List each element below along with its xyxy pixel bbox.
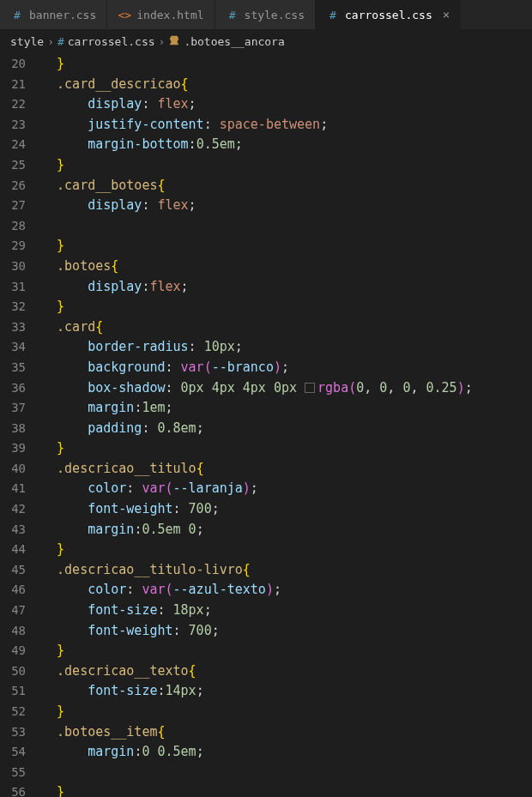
- line-number: 44: [0, 540, 41, 560]
- code-line: border-radius: 10px;: [41, 337, 532, 358]
- tab-label: style.css: [245, 9, 305, 21]
- line-number: 40: [0, 459, 41, 480]
- tab-index-html[interactable]: <>index.html: [107, 0, 215, 29]
- tab-carrossel-css[interactable]: #carrossel.css×: [316, 0, 461, 29]
- line-number: 24: [0, 135, 41, 155]
- breadcrumb-file[interactable]: # carrossel.css: [57, 35, 155, 48]
- code-line: }: [41, 702, 532, 722]
- tab-bar: #banner.css<>index.html#style.css#carros…: [0, 0, 532, 30]
- color-swatch-icon: [305, 383, 315, 393]
- code-line: margin:0.5em 0;: [41, 520, 532, 540]
- code-line: }: [41, 155, 532, 176]
- breadcrumb-file-label: carrossel.css: [68, 35, 155, 48]
- code-line: padding: 0.8em;: [41, 419, 532, 439]
- line-number: 55: [0, 763, 41, 783]
- line-number: 46: [0, 580, 41, 601]
- class-icon: [168, 34, 180, 49]
- line-number: 20: [0, 54, 41, 75]
- line-number: 27: [0, 196, 41, 216]
- code-line: color: var(--laranja);: [41, 479, 532, 499]
- code-editor[interactable]: 2021222324252627282930313233343536373839…: [0, 52, 532, 797]
- code-content[interactable]: } .card__descricao{ display: flex; justi…: [41, 52, 532, 797]
- tab-label: banner.css: [29, 9, 96, 21]
- line-number: 41: [0, 479, 41, 499]
- line-number: 47: [0, 601, 41, 621]
- code-line: display: flex;: [41, 94, 532, 115]
- line-number: 22: [0, 94, 41, 115]
- line-number: 50: [0, 661, 41, 682]
- tab-style-css[interactable]: #style.css: [215, 0, 316, 29]
- code-line: font-size:14px;: [41, 681, 532, 702]
- line-number: 51: [0, 681, 41, 702]
- line-number: 28: [0, 216, 41, 237]
- code-line: .card__descricao{: [41, 75, 532, 95]
- line-number: 39: [0, 438, 41, 459]
- code-line: justify-content: space-between;: [41, 115, 532, 136]
- code-line: }: [41, 782, 532, 797]
- line-number: 26: [0, 176, 41, 196]
- code-line: }: [41, 54, 532, 75]
- chevron-right-icon: ›: [159, 35, 166, 48]
- css-file-icon: #: [57, 35, 64, 48]
- code-line: font-weight: 700;: [41, 499, 532, 520]
- code-line: }: [41, 236, 532, 257]
- css-file-icon: #: [326, 8, 340, 21]
- code-line: background: var(--branco);: [41, 358, 532, 378]
- code-line: .descricao__texto{: [41, 661, 532, 682]
- code-line: }: [41, 297, 532, 317]
- line-number: 38: [0, 419, 41, 439]
- code-line: margin-bottom:0.5em;: [41, 135, 532, 155]
- code-line: }: [41, 540, 532, 560]
- line-number: 36: [0, 378, 41, 399]
- breadcrumb-folder[interactable]: style: [10, 35, 44, 48]
- line-number: 48: [0, 621, 41, 642]
- html-file-icon: <>: [118, 8, 131, 21]
- line-number: 52: [0, 702, 41, 722]
- line-number: 43: [0, 520, 41, 540]
- tab-banner-css[interactable]: #banner.css: [0, 0, 107, 29]
- line-number: 31: [0, 277, 41, 298]
- code-line: box-shadow: 0px 4px 4px 0px rgba(0, 0, 0…: [41, 378, 532, 399]
- line-number: 25: [0, 155, 41, 176]
- line-number: 37: [0, 398, 41, 419]
- line-number: 21: [0, 75, 41, 95]
- tab-label: index.html: [136, 9, 203, 21]
- css-file-icon: #: [10, 8, 24, 21]
- breadcrumb: style › # carrossel.css › .botoes__ancor…: [0, 30, 532, 52]
- code-line: .botoes{: [41, 257, 532, 277]
- code-line: .card{: [41, 317, 532, 338]
- line-number-gutter: 2021222324252627282930313233343536373839…: [0, 52, 41, 797]
- line-number: 49: [0, 641, 41, 661]
- code-line: .descricao__titulo{: [41, 459, 532, 480]
- code-line: font-size: 18px;: [41, 601, 532, 621]
- line-number: 23: [0, 115, 41, 136]
- code-line: display: flex;: [41, 196, 532, 216]
- line-number: 30: [0, 257, 41, 277]
- line-number: 53: [0, 722, 41, 743]
- line-number: 32: [0, 297, 41, 317]
- chevron-right-icon: ›: [47, 35, 54, 48]
- line-number: 34: [0, 337, 41, 358]
- breadcrumb-symbol[interactable]: .botoes__ancora: [168, 34, 284, 49]
- code-line: .botoes__item{: [41, 722, 532, 743]
- code-line: display:flex;: [41, 277, 532, 298]
- tab-label: carrossel.css: [345, 9, 432, 21]
- code-line: .descricao__titulo-livro{: [41, 560, 532, 581]
- css-file-icon: #: [226, 8, 239, 21]
- code-line: margin:1em;: [41, 398, 532, 419]
- code-line: font-weight: 700;: [41, 621, 532, 642]
- line-number: 35: [0, 358, 41, 378]
- code-line: }: [41, 438, 532, 459]
- breadcrumb-symbol-label: .botoes__ancora: [184, 35, 284, 48]
- line-number: 42: [0, 499, 41, 520]
- close-icon[interactable]: ×: [443, 8, 450, 21]
- line-number: 29: [0, 236, 41, 257]
- code-line: margin:0 0.5em;: [41, 742, 532, 763]
- line-number: 45: [0, 560, 41, 581]
- code-line: .card__botoes{: [41, 176, 532, 196]
- code-line: }: [41, 641, 532, 661]
- code-line: [41, 763, 532, 783]
- line-number: 54: [0, 742, 41, 763]
- code-line: color: var(--azul-texto);: [41, 580, 532, 601]
- line-number: 33: [0, 317, 41, 338]
